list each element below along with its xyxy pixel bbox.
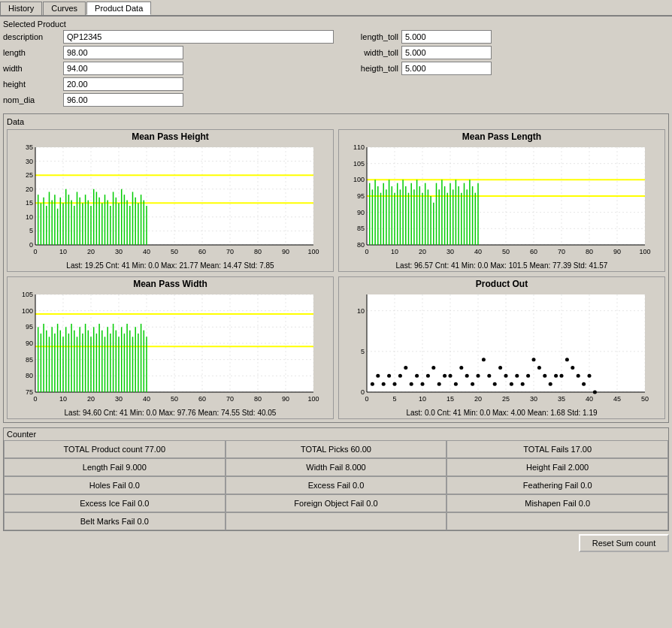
- canvas-length: [341, 143, 652, 260]
- height-row: height: [3, 77, 334, 91]
- description-row: description: [3, 30, 334, 44]
- description-label: description: [3, 32, 63, 41]
- counter-excess-ice-fail: Excess Ice Fail 0.0: [4, 494, 226, 512]
- charts-grid: Mean Pass Height Last: 19.25 Cnt: 41 Min…: [7, 129, 665, 419]
- length-toll-input[interactable]: [401, 30, 492, 44]
- width-toll-input[interactable]: [401, 46, 492, 59]
- counter-empty-1: [226, 512, 447, 530]
- chart-width-title: Mean Pass Width: [9, 279, 331, 289]
- length-toll-row: length_toll: [349, 30, 669, 44]
- chart-length: Mean Pass Length Last: 96.57 Cnt: 41 Min…: [338, 129, 665, 272]
- main-content: Selected Product description length widt…: [0, 17, 672, 555]
- counter-height-fail: Height Fail 2.000: [446, 458, 668, 476]
- height-input[interactable]: [63, 77, 183, 91]
- width-toll-label: width_toll: [349, 48, 401, 57]
- width-label: width: [3, 64, 63, 73]
- length-toll-label: length_toll: [349, 32, 401, 41]
- tab-bar: History Curves Product Data: [0, 0, 672, 17]
- canvas-product-out: [341, 291, 652, 407]
- counter-total-picks: TOTAL Picks 60.00: [226, 440, 447, 458]
- counter-width-fail: Width Fail 8.000: [226, 458, 447, 476]
- counter-section: Counter TOTAL Product count 77.00 TOTAL …: [3, 427, 669, 531]
- counter-mishapen-fail: Mishapen Fail 0.0: [446, 494, 668, 512]
- counter-empty-2: [446, 512, 668, 530]
- canvas-width: [9, 291, 321, 407]
- counter-feathering-fail: Feathering Fail 0.0: [446, 476, 668, 494]
- chart-product-out-title: Product Out: [341, 279, 663, 289]
- chart-width: Mean Pass Width Last: 94.60 Cnt: 41 Min:…: [7, 276, 334, 419]
- data-section: Data Mean Pass Height Last: 19.25 Cnt: 4…: [3, 113, 669, 423]
- tab-history[interactable]: History: [0, 2, 42, 15]
- length-row: length: [3, 46, 334, 59]
- counter-label: Counter: [4, 428, 668, 440]
- length-input[interactable]: [63, 46, 183, 59]
- description-input[interactable]: [63, 30, 334, 44]
- chart-width-stats: Last: 94.60 Cnt: 41 Min: 0.0 Max: 97.76 …: [9, 409, 331, 417]
- counter-total-fails: TOTAL Fails 17.00: [446, 440, 668, 458]
- width-toll-row: width_toll: [349, 46, 669, 59]
- length-label: length: [3, 48, 63, 57]
- chart-height-title: Mean Pass Height: [9, 131, 331, 142]
- data-label: Data: [7, 117, 665, 126]
- width-row: width: [3, 62, 334, 75]
- nom-dia-input[interactable]: [63, 93, 183, 107]
- product-fields: description length width height nom_dia: [3, 30, 669, 109]
- heigth-toll-row: heigth_toll: [349, 62, 669, 75]
- chart-product-out-stats: Last: 0.0 Cnt: 41 Min: 0.0 Max: 4.00 Mea…: [341, 409, 663, 417]
- right-fields: length_toll width_toll heigth_toll: [334, 30, 669, 109]
- chart-length-stats: Last: 96.57 Cnt: 41 Min: 0.0 Max: 101.5 …: [341, 261, 663, 270]
- tab-product-data[interactable]: Product Data: [86, 2, 151, 15]
- counter-grid: TOTAL Product count 77.00 TOTAL Picks 60…: [4, 440, 668, 530]
- counter-length-fail: Length Fail 9.000: [4, 458, 226, 476]
- selected-product-label: Selected Product: [3, 20, 669, 29]
- counter-excess-fail: Excess Fail 0.0: [226, 476, 447, 494]
- bottom-bar: Reset Sum count: [3, 534, 669, 552]
- height-label: height: [3, 80, 63, 89]
- reset-sum-button[interactable]: Reset Sum count: [579, 534, 669, 552]
- canvas-height: [9, 143, 321, 260]
- counter-foreign-object-fail: Foreign Object Fail 0.0: [226, 494, 447, 512]
- nom-dia-label: nom_dia: [3, 95, 63, 104]
- width-input[interactable]: [63, 62, 183, 75]
- chart-height: Mean Pass Height Last: 19.25 Cnt: 41 Min…: [7, 129, 334, 272]
- chart-height-stats: Last: 19.25 Cnt: 41 Min: 0.0 Max: 21.77 …: [9, 261, 331, 270]
- nom-dia-row: nom_dia: [3, 93, 334, 107]
- chart-product-out: Product Out Last: 0.0 Cnt: 41 Min: 0.0 M…: [338, 276, 665, 419]
- counter-holes-fail: Holes Fail 0.0: [4, 476, 226, 494]
- chart-length-title: Mean Pass Length: [341, 131, 663, 142]
- counter-belt-marks-fail: Belt Marks Fail 0.0: [4, 512, 226, 530]
- heigth-toll-input[interactable]: [401, 62, 492, 75]
- heigth-toll-label: heigth_toll: [349, 64, 401, 73]
- left-fields: description length width height nom_dia: [3, 30, 334, 109]
- counter-total-product: TOTAL Product count 77.00: [4, 440, 226, 458]
- tab-curves[interactable]: Curves: [43, 2, 86, 15]
